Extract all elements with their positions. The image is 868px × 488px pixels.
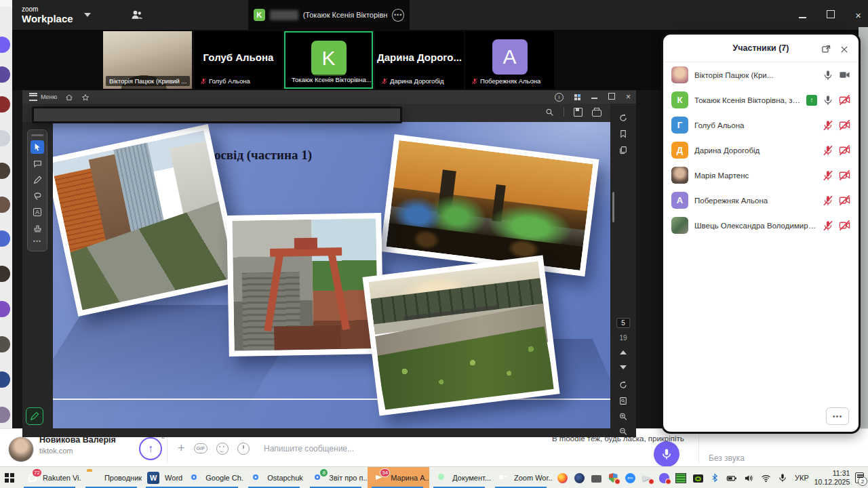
video-tile-active-speaker[interactable]: K Токаюк Ксенія Вікторівна... — [284, 31, 373, 89]
participant-row[interactable]: Вікторія Пацюк (Кри... — [663, 62, 859, 87]
taskbar-app-telegram-highlighted[interactable]: 34 Марина А... — [368, 467, 429, 488]
more-tools-button[interactable]: ••• — [33, 238, 41, 245]
scrollbar-thumb[interactable] — [612, 192, 614, 222]
mic-muted-icon[interactable] — [823, 145, 833, 156]
volume-icon[interactable] — [743, 472, 754, 483]
mic-muted-icon[interactable] — [823, 220, 833, 231]
viber-chat-avatar[interactable] — [0, 371, 10, 388]
defender-tray-icon[interactable] — [608, 472, 618, 483]
camera-on-icon[interactable] — [839, 69, 850, 81]
participant-row[interactable]: Марія Мартенс — [663, 163, 859, 188]
tab-more-icon[interactable]: ••• — [392, 9, 404, 22]
battery-icon[interactable] — [726, 472, 737, 483]
next-page-button[interactable] — [620, 365, 627, 369]
camera-muted-icon[interactable] — [839, 119, 850, 131]
lasso-tool-button[interactable] — [31, 189, 44, 203]
camera-muted-icon[interactable] — [839, 195, 850, 206]
viber-sidebar-edge[interactable] — [0, 0, 14, 466]
select-tool-button[interactable] — [31, 140, 44, 154]
gif-icon[interactable]: GIF — [194, 443, 208, 453]
attach-icon[interactable]: + — [178, 441, 185, 455]
mic-on-icon[interactable] — [823, 70, 833, 81]
mic-muted-icon[interactable] — [823, 120, 833, 131]
microphone-tray-icon[interactable] — [777, 472, 788, 483]
taskbar-app-word[interactable]: W Word — [142, 467, 182, 488]
chat-contact-link[interactable]: tiktok.com — [39, 447, 73, 455]
viewer-maximize-button[interactable] — [608, 93, 615, 101]
sync-view-icon[interactable] — [618, 113, 628, 123]
palette-drag-handle[interactable] — [31, 134, 43, 136]
zoom-tray-icon[interactable]: zm — [625, 472, 635, 483]
minimize-button[interactable] — [799, 9, 806, 21]
telegram-tray-icon[interactable] — [642, 472, 652, 483]
voice-message-button[interactable] — [654, 441, 679, 467]
mic-muted-icon[interactable] — [823, 195, 833, 206]
video-tile[interactable]: А Побережняк Альона — [465, 31, 554, 89]
contacts-icon[interactable] — [130, 8, 144, 22]
comment-tool-button[interactable] — [31, 157, 44, 170]
participant-row[interactable]: А Побережняк Альона — [663, 188, 859, 213]
camera-muted-icon[interactable] — [839, 144, 850, 156]
timer-icon[interactable] — [237, 443, 250, 455]
menu-icon[interactable] — [29, 93, 37, 101]
bluetooth-icon[interactable] — [709, 472, 720, 483]
viber-chat-avatar[interactable] — [0, 230, 10, 247]
viber-chat-avatar[interactable] — [0, 37, 10, 53]
maximize-button[interactable] — [827, 9, 835, 21]
close-panel-icon[interactable] — [840, 43, 849, 55]
menu-label[interactable]: Меню — [41, 94, 57, 100]
participant-row[interactable]: Швець Олександра Володимирівна, з... — [663, 213, 859, 238]
participant-row[interactable]: Г Голуб Альона — [663, 113, 859, 138]
zoom-in-icon[interactable] — [619, 412, 628, 421]
viber-chat-avatar[interactable] — [0, 96, 10, 113]
chat-contact-avatar[interactable] — [8, 436, 34, 462]
folder-tray-icon[interactable] — [591, 472, 601, 483]
viber-chat-avatar[interactable] — [0, 266, 10, 282]
taskbar-app-viber[interactable]: 72 Rakuten Vi... — [20, 467, 81, 488]
taskbar-app-zoom[interactable]: Zoom Wor... — [491, 467, 553, 488]
close-button[interactable]: × — [855, 9, 861, 21]
home-icon[interactable] — [65, 92, 73, 101]
mic-muted-icon[interactable] — [823, 170, 833, 181]
viber-chat-avatar[interactable] — [0, 66, 10, 83]
video-tile[interactable]: Голуб Альона Голуб Альона — [194, 31, 283, 89]
search-icon[interactable] — [545, 106, 554, 118]
firefox-tray-icon[interactable] — [557, 472, 568, 483]
previous-page-button[interactable] — [620, 350, 627, 354]
star-icon[interactable] — [81, 92, 90, 101]
textbox-tool-button[interactable]: A — [31, 205, 44, 219]
tasklist-tray-icon[interactable] — [675, 472, 686, 483]
sticker-icon[interactable] — [216, 443, 229, 455]
meeting-tab[interactable]: K (Токаюк Ксенія Вікторівн ••• — [248, 0, 410, 30]
clock[interactable]: 11:31 10.12.2025 — [814, 469, 850, 487]
apps-grid-icon[interactable] — [574, 94, 580, 100]
zoom-out-icon[interactable] — [619, 427, 628, 436]
taskbar-app-chrome-3[interactable]: 8 Звіт про п... — [306, 467, 368, 488]
popout-icon[interactable] — [821, 43, 831, 55]
viber-chat-avatar[interactable] — [0, 163, 10, 179]
start-button[interactable] — [0, 467, 20, 488]
camera-muted-icon[interactable] — [839, 94, 850, 106]
participants-more-button[interactable]: ••• — [826, 407, 849, 425]
print-icon[interactable] — [592, 110, 601, 117]
camera-muted-icon[interactable] — [839, 169, 850, 181]
wifi-icon[interactable] — [760, 472, 771, 483]
viber-chat-avatar[interactable] — [0, 407, 10, 423]
bookmark-icon[interactable] — [619, 129, 628, 138]
current-page-box[interactable]: 5 — [616, 318, 630, 328]
scroll-up-button[interactable]: ↑ — [139, 437, 162, 460]
camera-muted-icon[interactable] — [839, 220, 850, 231]
fit-page-icon[interactable] — [619, 396, 628, 405]
viewer-minimize-button[interactable] — [591, 94, 597, 100]
edit-mode-button[interactable] — [26, 407, 43, 425]
pages-icon[interactable] — [619, 146, 628, 155]
mic-on-icon[interactable] — [823, 95, 833, 106]
participant-row[interactable]: К Токаюк Ксенія Вікторівна, здобув... ↑ — [663, 87, 859, 113]
notification-center-icon[interactable]: 2 — [855, 472, 864, 483]
info-icon[interactable]: i — [555, 93, 564, 102]
video-tile[interactable]: Дарина Дорого... Дарина Дорогобід — [375, 31, 464, 89]
viber-chat-avatar[interactable] — [0, 336, 10, 352]
viber-chat-avatar[interactable] — [0, 301, 10, 317]
stamp-tool-button[interactable] — [31, 222, 44, 235]
taskbar-app-edge[interactable]: Документ... — [429, 467, 491, 488]
